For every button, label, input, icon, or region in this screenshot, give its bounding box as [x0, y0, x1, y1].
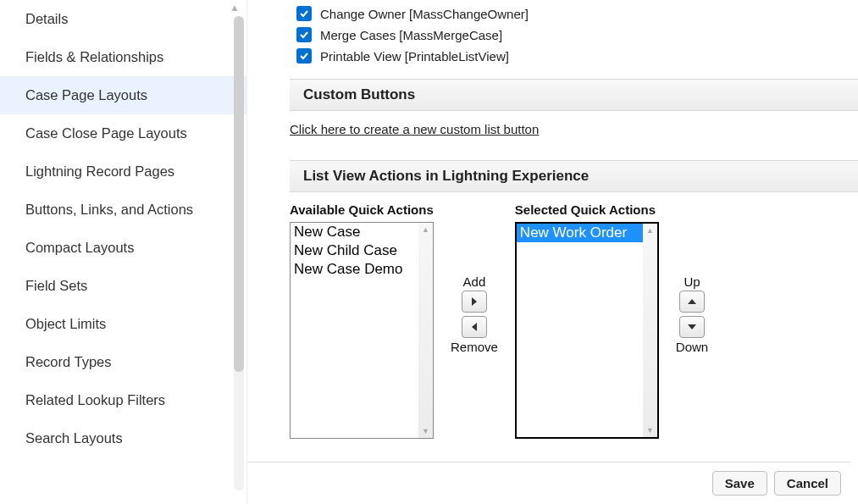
available-list-scrollbar[interactable]: ▲ ▼ [418, 223, 433, 438]
remove-label: Remove [451, 340, 498, 354]
add-label: Add [463, 274, 486, 289]
sidebar-item-compact-layouts[interactable]: Compact Layouts [0, 229, 246, 267]
scroll-up-icon[interactable]: ▲ [422, 223, 429, 236]
checkbox[interactable] [296, 6, 312, 21]
sidebar-item-object-limits[interactable]: Object Limits [0, 305, 246, 343]
sidebar-item-buttons-links-and-actions[interactable]: Buttons, Links, and Actions [0, 191, 246, 229]
sidebar-scroll-thumb[interactable] [234, 16, 244, 372]
available-actions-listbox[interactable]: New CaseNew Child CaseNew Case Demo ▲ ▼ [290, 222, 434, 439]
arrow-up-icon [688, 297, 696, 306]
checkbox-label: Printable View [PrintableListView] [320, 49, 509, 64]
selected-actions-listbox[interactable]: New Work Order ▲ ▼ [515, 222, 659, 439]
checkbox-label: Merge Cases [MassMergeCase] [320, 28, 502, 42]
checkbox[interactable] [296, 27, 312, 42]
svg-marker-2 [688, 299, 696, 304]
svg-marker-3 [688, 324, 696, 330]
standard-button-row: Printable View [PrintableListView] [296, 48, 858, 64]
list-item[interactable]: New Case [291, 223, 433, 241]
sidebar: ▲ DetailsFields & RelationshipsCase Page… [0, 0, 247, 504]
custom-buttons-header: Custom Buttons [290, 79, 858, 111]
available-actions-label: Available Quick Actions [290, 202, 434, 217]
sidebar-item-case-page-layouts[interactable]: Case Page Layouts [0, 76, 246, 114]
sidebar-item-record-types[interactable]: Record Types [0, 343, 246, 381]
scroll-down-icon[interactable]: ▼ [422, 424, 429, 438]
create-custom-list-button-link[interactable]: Click here to create a new custom list b… [290, 122, 539, 136]
sidebar-item-search-layouts[interactable]: Search Layouts [0, 419, 246, 457]
scroll-down-icon[interactable]: ▼ [646, 424, 654, 437]
down-button[interactable] [679, 316, 705, 338]
add-button[interactable] [462, 291, 487, 313]
list-view-actions-header: List View Actions in Lightning Experienc… [290, 160, 858, 192]
list-item[interactable]: New Work Order [517, 224, 657, 242]
arrow-right-icon [470, 297, 479, 306]
standard-buttons-checks: Change Owner [MassChangeOwner]Merge Case… [290, 0, 858, 64]
svg-marker-1 [472, 323, 477, 331]
selected-list-scrollbar[interactable]: ▲ ▼ [643, 224, 657, 437]
sidebar-item-fields-relationships[interactable]: Fields & Relationships [0, 38, 246, 76]
standard-button-row: Merge Cases [MassMergeCase] [296, 27, 858, 42]
svg-marker-0 [472, 297, 477, 306]
checkbox-label: Change Owner [MassChangeOwner] [320, 7, 529, 21]
list-item[interactable]: New Child Case [291, 241, 433, 260]
footer-bar: Save Cancel [247, 462, 850, 504]
sidebar-scroll-up-icon[interactable]: ▲ [230, 2, 240, 14]
scroll-up-icon[interactable]: ▲ [646, 224, 654, 237]
up-label: Up [684, 274, 700, 289]
sidebar-item-details[interactable]: Details [0, 0, 246, 38]
sidebar-item-field-sets[interactable]: Field Sets [0, 267, 246, 305]
up-button[interactable] [679, 291, 705, 313]
sidebar-item-case-close-page-layouts[interactable]: Case Close Page Layouts [0, 114, 246, 152]
sidebar-scrollbar[interactable] [234, 16, 244, 490]
list-item[interactable]: New Case Demo [291, 260, 433, 279]
down-label: Down [676, 340, 708, 354]
checkbox[interactable] [296, 48, 312, 64]
save-button[interactable]: Save [712, 471, 767, 496]
remove-button[interactable] [462, 316, 487, 338]
sidebar-item-lightning-record-pages[interactable]: Lightning Record Pages [0, 152, 246, 191]
sidebar-item-related-lookup-filters[interactable]: Related Lookup Filters [0, 381, 246, 419]
arrow-down-icon [688, 323, 696, 331]
selected-actions-label: Selected Quick Actions [515, 202, 659, 217]
standard-button-row: Change Owner [MassChangeOwner] [296, 6, 858, 21]
cancel-button[interactable]: Cancel [774, 471, 841, 496]
arrow-left-icon [470, 323, 479, 331]
